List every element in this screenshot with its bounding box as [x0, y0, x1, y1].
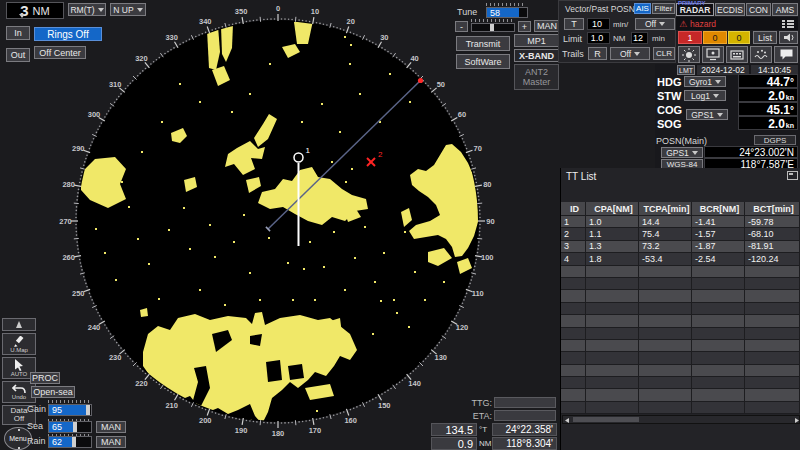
tune-plus-button[interactable]: +: [518, 21, 531, 32]
alarm-count-yellow[interactable]: 0: [728, 31, 750, 44]
tt-table-row[interactable]: [561, 389, 800, 401]
alarm-count-orange[interactable]: 0: [703, 31, 727, 44]
tt-table-row[interactable]: [561, 278, 800, 290]
scroll-left-icon[interactable]: [564, 417, 571, 424]
tt-cell: 4: [561, 253, 586, 264]
tt-cell: [692, 278, 745, 289]
tab-ams[interactable]: AMS: [772, 3, 798, 16]
trails-r-button[interactable]: R: [588, 47, 607, 60]
tt-table-row[interactable]: [561, 303, 800, 315]
sea-slider[interactable]: 65: [48, 421, 92, 433]
filter-button[interactable]: Filter: [652, 3, 675, 14]
rain-slider[interactable]: 62: [48, 436, 92, 448]
brightness-button[interactable]: [678, 46, 700, 63]
alert-list-button[interactable]: List: [753, 31, 777, 44]
alarm-count-red[interactable]: 1: [678, 31, 702, 44]
scroll-right-icon[interactable]: [793, 417, 800, 424]
range-display[interactable]: 3 NM: [6, 2, 64, 19]
tt-cell: [639, 402, 692, 413]
tune-slider[interactable]: [471, 23, 515, 32]
tt-cell: -53.4: [639, 253, 692, 264]
svg-text:70: 70: [474, 144, 482, 153]
gain-thumb[interactable]: [86, 405, 90, 415]
sog-unit: kn: [786, 122, 794, 129]
limit-value[interactable]: 1.0: [587, 32, 610, 44]
hdg-source-dropdown[interactable]: Gyro1: [684, 76, 726, 87]
range-in-button[interactable]: In: [6, 26, 30, 40]
svg-text:140: 140: [408, 379, 421, 388]
mini-tool-button[interactable]: [2, 318, 36, 331]
tt-cell: [561, 402, 586, 413]
tune-level-bar: 58: [486, 7, 528, 18]
posn-source-dropdown[interactable]: GPS1: [661, 147, 703, 158]
tt-hscrollbar[interactable]: [562, 415, 800, 424]
tt-table-row[interactable]: [561, 315, 800, 327]
alert-sound-button[interactable]: [779, 31, 798, 44]
message-button[interactable]: [774, 46, 798, 63]
tt-table-row[interactable]: [561, 266, 800, 278]
stw-value: 2.0kn: [738, 88, 798, 102]
sea-state-button[interactable]: [750, 46, 772, 63]
motion-mode-dropdown[interactable]: RM(T): [68, 3, 106, 16]
tt-cell: [561, 340, 586, 351]
user-map-button[interactable]: U.Map: [2, 333, 36, 355]
posn-speed-source-dropdown[interactable]: GPS1: [686, 109, 728, 120]
trails-clr-button[interactable]: CLR: [653, 47, 675, 60]
ttg-field[interactable]: [494, 397, 556, 408]
tt-table-row[interactable]: [561, 365, 800, 377]
lmt-button[interactable]: LMT: [677, 65, 695, 75]
gain-slider[interactable]: 95: [48, 404, 92, 416]
tab-con[interactable]: CON: [746, 3, 771, 16]
tt-table-row[interactable]: [561, 402, 800, 414]
tt-cell: [561, 365, 586, 376]
control-panel-button[interactable]: [726, 46, 748, 63]
sea-thumb[interactable]: [73, 422, 77, 432]
tune-man-button[interactable]: MAN: [534, 20, 560, 32]
tt-table-row[interactable]: 21.175.4-1.57-68.10: [561, 228, 800, 240]
sea-mode-button[interactable]: Open-sea: [31, 386, 75, 398]
tt-table-row[interactable]: [561, 290, 800, 302]
gain-ruler: [48, 400, 92, 403]
tune-slider-thumb[interactable]: [490, 24, 494, 31]
vector-time-value[interactable]: 10: [587, 18, 610, 30]
tt-hscroll-thumb[interactable]: [573, 417, 639, 422]
rings-off-button[interactable]: Rings Off: [34, 27, 102, 41]
tt-cell: [639, 266, 692, 277]
tune-minus-button[interactable]: -: [455, 21, 468, 32]
tt-cell: [561, 377, 586, 388]
tab-ecdis[interactable]: ECDIS: [715, 3, 745, 16]
orientation-dropdown[interactable]: N UP: [110, 3, 146, 16]
svg-text:280: 280: [62, 180, 75, 189]
trails-mode-dropdown[interactable]: Off: [610, 47, 650, 60]
rain-thumb[interactable]: [72, 437, 76, 447]
tt-table-row[interactable]: [561, 352, 800, 364]
eta-field[interactable]: [494, 410, 556, 421]
cog-label: COG: [657, 104, 682, 116]
stw-source-dropdown[interactable]: Log1: [684, 90, 726, 101]
svg-text:270: 270: [59, 217, 72, 226]
proc-button[interactable]: PROC: [30, 372, 60, 384]
limit-time-value[interactable]: 12: [631, 32, 648, 44]
rain-man-button[interactable]: MAN: [96, 436, 126, 448]
transmit-button[interactable]: Transmit: [456, 36, 510, 51]
tt-cell: [745, 290, 800, 301]
tt-table-row[interactable]: [561, 377, 800, 389]
vector-t-button[interactable]: T: [564, 18, 584, 30]
software-button[interactable]: SoftWare: [456, 54, 510, 69]
tt-cell: [561, 266, 586, 277]
vector-mode-dropdown[interactable]: Off: [635, 18, 675, 30]
ais-button[interactable]: AIS: [634, 3, 651, 14]
tt-table-row[interactable]: [561, 340, 800, 352]
tt-table-row[interactable]: 41.8-53.4-2.54-120.24: [561, 253, 800, 265]
display-settings-button[interactable]: [702, 46, 724, 63]
alert-list-icon[interactable]: [781, 19, 795, 29]
tt-table-row[interactable]: 31.373.2-1.87-81.91: [561, 241, 800, 253]
sea-man-button[interactable]: MAN: [96, 421, 126, 433]
cursor-arrow-icon: [14, 359, 25, 371]
range-out-button[interactable]: Out: [6, 48, 30, 62]
off-center-button[interactable]: Off Center: [34, 46, 86, 59]
mp1-button[interactable]: MP1: [514, 34, 559, 47]
tt-table-row[interactable]: [561, 328, 800, 340]
tt-list-window-icon[interactable]: [787, 171, 798, 180]
tt-table-row[interactable]: 11.014.4-1.41-59.78: [561, 216, 800, 228]
